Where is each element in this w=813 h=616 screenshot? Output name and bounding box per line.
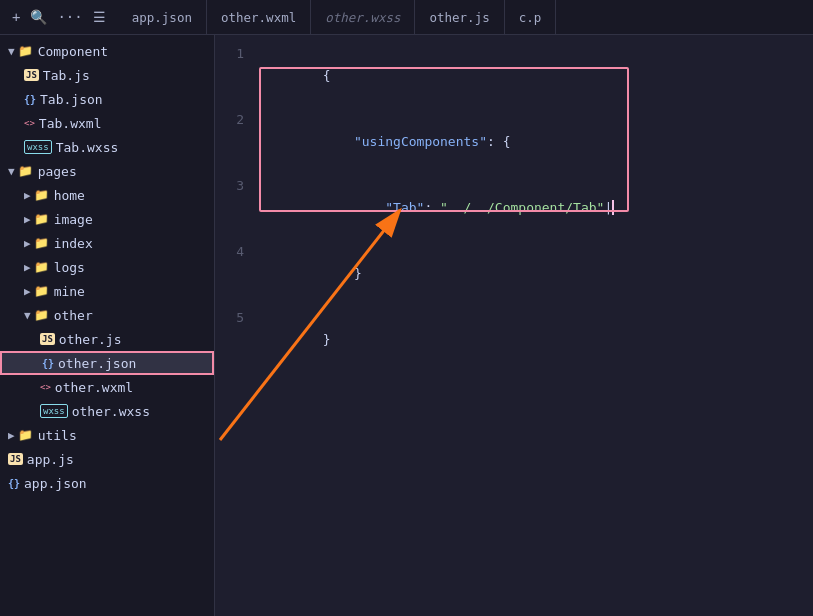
json-badge: {} <box>24 94 36 105</box>
line-content-5: } <box>260 307 330 373</box>
folder-icon: 📁 <box>18 44 33 58</box>
sidebar-item-image[interactable]: ▶ 📁 image <box>0 207 214 231</box>
js-badge: JS <box>24 69 39 82</box>
search-icon[interactable]: 🔍 <box>30 9 47 25</box>
wxml-badge: <> <box>40 382 51 392</box>
chevron-right-icon: ▶ <box>24 189 31 202</box>
line-content-4: } <box>260 241 362 307</box>
sidebar-item-index[interactable]: ▶ 📁 index <box>0 231 214 255</box>
folder-icon: 📁 <box>34 236 49 250</box>
sidebar-item-home[interactable]: ▶ 📁 home <box>0 183 214 207</box>
tab-other-wxml[interactable]: other.wxml <box>207 0 311 34</box>
wxss-badge: wxss <box>40 404 68 419</box>
json-badge: {} <box>8 478 20 489</box>
tab-app-json[interactable]: app.json <box>118 0 207 34</box>
line-content-1: { <box>260 43 330 109</box>
js-badge: JS <box>8 453 23 466</box>
tab-other-js[interactable]: other.js <box>415 0 504 34</box>
json-badge: {} <box>42 358 54 369</box>
folder-icon: 📁 <box>18 164 33 178</box>
folder-icon: 📁 <box>34 212 49 226</box>
line-content-2: "usingComponents": { <box>260 109 510 175</box>
sidebar-item-app-js[interactable]: JS app.js <box>0 447 214 471</box>
line-number-1: 1 <box>215 43 260 65</box>
sidebar-item-pages[interactable]: ▼ 📁 pages <box>0 159 214 183</box>
wxml-badge: <> <box>24 118 35 128</box>
editor-line-1: 1 { <box>215 43 813 109</box>
sidebar-item-other-js[interactable]: JS other.js <box>0 327 214 351</box>
more-icon[interactable]: ··· <box>57 9 82 25</box>
add-icon[interactable]: + <box>12 9 20 25</box>
sidebar-item-tab-js[interactable]: JS Tab.js <box>0 63 214 87</box>
menu-icon[interactable]: ☰ <box>93 9 106 25</box>
chevron-down-icon: ▼ <box>24 309 31 322</box>
editor: 1 { 2 "usingComponents": { 3 "Tab": "../… <box>215 35 813 616</box>
line-number-4: 4 <box>215 241 260 263</box>
sidebar-item-tab-wxml[interactable]: <> Tab.wxml <box>0 111 214 135</box>
folder-icon: 📁 <box>34 284 49 298</box>
sidebar-item-other-wxml[interactable]: <> other.wxml <box>0 375 214 399</box>
sidebar-item-other-json[interactable]: {} other.json <box>0 351 214 375</box>
sidebar-item-utils[interactable]: ▶ 📁 utils <box>0 423 214 447</box>
folder-icon: 📁 <box>34 308 49 322</box>
folder-icon: 📁 <box>34 188 49 202</box>
line-number-5: 5 <box>215 307 260 329</box>
editor-line-4: 4 } <box>215 241 813 307</box>
editor-line-5: 5 } <box>215 307 813 373</box>
tab-bar: + 🔍 ··· ☰ app.json other.wxml other.wxss… <box>0 0 813 35</box>
chevron-right-icon: ▶ <box>24 213 31 226</box>
folder-icon: 📁 <box>18 428 33 442</box>
chevron-down-icon: ▼ <box>8 165 15 178</box>
sidebar-item-other-wxss[interactable]: wxss other.wxss <box>0 399 214 423</box>
chevron-down-icon: ▼ <box>8 45 15 58</box>
sidebar: ▼ 📁 Component JS Tab.js {} Tab.json <> T… <box>0 35 215 616</box>
sidebar-item-logs[interactable]: ▶ 📁 logs <box>0 255 214 279</box>
sidebar-item-tab-json[interactable]: {} Tab.json <box>0 87 214 111</box>
sidebar-item-app-json[interactable]: {} app.json <box>0 471 214 495</box>
js-badge: JS <box>40 333 55 346</box>
chevron-right-icon: ▶ <box>24 261 31 274</box>
sidebar-item-mine[interactable]: ▶ 📁 mine <box>0 279 214 303</box>
chevron-right-icon: ▶ <box>8 429 15 442</box>
sidebar-item-component[interactable]: ▼ 📁 Component <box>0 39 214 63</box>
sidebar-item-other[interactable]: ▼ 📁 other <box>0 303 214 327</box>
wxss-badge: wxss <box>24 140 52 155</box>
line-content-3: "Tab": "../../Component/Tab"| <box>260 175 612 241</box>
folder-icon: 📁 <box>34 260 49 274</box>
editor-line-3: 3 "Tab": "../../Component/Tab"| <box>215 175 813 241</box>
chevron-right-icon: ▶ <box>24 237 31 250</box>
chevron-right-icon: ▶ <box>24 285 31 298</box>
sidebar-item-tab-wxss[interactable]: wxss Tab.wxss <box>0 135 214 159</box>
tab-other-wxss[interactable]: other.wxss <box>311 0 415 34</box>
tab-c-more[interactable]: c.p <box>505 0 557 34</box>
line-number-2: 2 <box>215 109 260 131</box>
line-number-3: 3 <box>215 175 260 197</box>
editor-line-2: 2 "usingComponents": { <box>215 109 813 175</box>
